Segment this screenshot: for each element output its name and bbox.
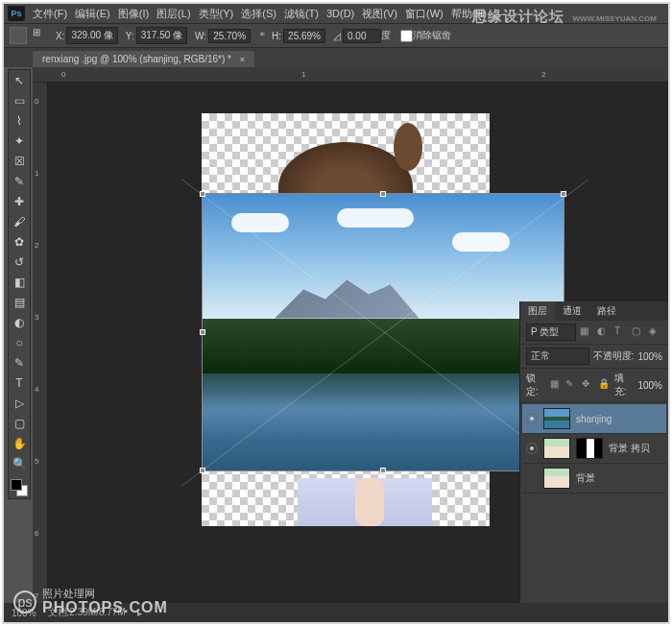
- filter-type-icon[interactable]: T: [614, 325, 628, 339]
- ruler-tick: 3: [35, 313, 38, 322]
- ruler-tick: 0: [61, 70, 65, 79]
- watermark-en: PHOTOPS.COM: [42, 599, 168, 616]
- ruler-tick: 6: [35, 529, 38, 538]
- blend-mode-select[interactable]: 正常: [526, 348, 589, 365]
- ps-logo-icon: Ps: [8, 6, 25, 21]
- fill-label: 填充:: [614, 372, 635, 398]
- layer-row[interactable]: 背景: [522, 464, 666, 494]
- h-input[interactable]: 25.69%: [283, 29, 325, 43]
- marquee-tool-icon[interactable]: ▭: [9, 90, 30, 110]
- menu-3d[interactable]: 3D(D): [326, 8, 354, 19]
- dodge-tool-icon[interactable]: ○: [9, 332, 30, 352]
- reference-point-icon[interactable]: ⊞: [33, 27, 50, 44]
- lasso-tool-icon[interactable]: ⌇: [9, 110, 30, 131]
- menu-type[interactable]: 类型(Y): [199, 7, 234, 21]
- color-swatch[interactable]: [9, 477, 30, 498]
- menu-layer[interactable]: 图层(L): [156, 7, 190, 21]
- tab-title: renxiang .jpg @ 100% (shanjing, RGB/16*)…: [42, 54, 231, 64]
- filter-shape-icon[interactable]: ▢: [632, 325, 645, 339]
- history-brush-tool-icon[interactable]: ↺: [9, 252, 30, 272]
- type-tool-icon[interactable]: T: [9, 373, 30, 393]
- antialias-label: 消除锯齿: [413, 29, 451, 42]
- tab-channels[interactable]: 通道: [555, 301, 589, 321]
- layer-mask-thumbnail[interactable]: [576, 438, 603, 459]
- x-input[interactable]: 329.00 像: [66, 27, 117, 44]
- move-tool-icon[interactable]: ↖: [9, 70, 30, 90]
- tab-paths[interactable]: 路径: [589, 301, 624, 321]
- hand-tool-icon[interactable]: ✋: [9, 433, 30, 453]
- lock-trans-icon[interactable]: ▦: [550, 378, 563, 392]
- layer-name[interactable]: 背景: [576, 471, 595, 485]
- ruler-tick: 4: [35, 385, 38, 394]
- brush-tool-icon[interactable]: 🖌: [9, 211, 30, 231]
- layer-thumbnail[interactable]: [543, 468, 570, 489]
- layer-filter-select[interactable]: P 类型: [526, 324, 576, 341]
- image-content-ponytail: [394, 123, 422, 171]
- fill-value[interactable]: 100%: [637, 380, 662, 391]
- layer-name[interactable]: 背景 拷贝: [609, 442, 650, 455]
- ruler-horizontal[interactable]: 0 1 2: [33, 67, 668, 83]
- opacity-label: 不透明度:: [593, 349, 635, 363]
- menu-edit[interactable]: 编辑(E): [75, 7, 110, 21]
- w-input[interactable]: 25.70%: [208, 29, 251, 43]
- foreground-color[interactable]: [11, 479, 22, 491]
- watermark-top: 思缘设计论坛WWW.MISSYUAN.COM: [472, 8, 657, 26]
- menu-image[interactable]: 图像(I): [118, 7, 149, 21]
- visibility-toggle-icon[interactable]: [526, 443, 538, 454]
- x-label: X:: [56, 31, 64, 41]
- eyedropper-tool-icon[interactable]: ✎: [9, 171, 30, 191]
- angle-unit: 度: [381, 29, 391, 42]
- tab-layers[interactable]: 图层: [520, 301, 555, 321]
- shape-tool-icon[interactable]: ▢: [9, 413, 30, 433]
- y-input[interactable]: 317.50 像: [136, 27, 187, 44]
- filter-pixel-icon[interactable]: ▦: [580, 325, 593, 339]
- visibility-toggle-icon[interactable]: [526, 413, 538, 424]
- magic-wand-tool-icon[interactable]: ✦: [9, 131, 30, 151]
- angle-icon: ◿: [333, 31, 341, 41]
- lock-pixel-icon[interactable]: ✎: [565, 378, 578, 392]
- transform-tool-icon[interactable]: [10, 27, 27, 44]
- toolbox: ↖ ▭ ⌇ ✦ ☒ ✎ ✚ 🖌 ✿ ↺ ◧ ▤ ◐ ○ ✎ T ▷ ▢ ✋ 🔍: [8, 69, 31, 499]
- gradient-tool-icon[interactable]: ▤: [9, 292, 30, 312]
- watermark-cn: 照片处理网: [42, 588, 168, 599]
- layers-panel: 图层 通道 路径 P 类型 ▦ ◐ T ▢ ◈ 正常 不透明度: 100% 锁定…: [519, 301, 668, 603]
- filter-adjust-icon[interactable]: ◐: [597, 325, 611, 339]
- eraser-tool-icon[interactable]: ◧: [9, 272, 30, 292]
- ruler-tick: 0: [35, 97, 38, 106]
- layer-thumbnail[interactable]: [543, 438, 570, 459]
- h-label: H:: [272, 31, 281, 41]
- pen-tool-icon[interactable]: ✎: [9, 352, 30, 373]
- document-tabs: renxiang .jpg @ 100% (shanjing, RGB/16*)…: [4, 48, 668, 67]
- lock-all-icon[interactable]: 🔒: [598, 378, 611, 392]
- filter-smart-icon[interactable]: ◈: [649, 325, 662, 339]
- layer-row[interactable]: 背景 拷贝: [522, 434, 666, 464]
- angle-input[interactable]: 0.00: [343, 29, 381, 43]
- tab-close-icon[interactable]: ×: [240, 55, 245, 64]
- stamp-tool-icon[interactable]: ✿: [9, 231, 30, 252]
- healing-tool-icon[interactable]: ✚: [9, 191, 30, 211]
- blur-tool-icon[interactable]: ◐: [9, 312, 30, 332]
- path-tool-icon[interactable]: ▷: [9, 393, 30, 413]
- lock-position-icon[interactable]: ✥: [582, 378, 594, 392]
- ruler-tick: 2: [35, 241, 38, 250]
- link-wh-icon[interactable]: ⚭: [258, 29, 272, 42]
- layer-name[interactable]: shanjing: [576, 414, 612, 424]
- opacity-value[interactable]: 100%: [637, 351, 662, 362]
- layer-thumbnail[interactable]: [543, 408, 570, 429]
- menu-window[interactable]: 窗口(W): [405, 7, 444, 21]
- transform-diagonals: [203, 194, 564, 470]
- menu-file[interactable]: 文件(F): [33, 7, 67, 21]
- ruler-vertical[interactable]: 0 1 2 3 4 5 6 7: [33, 83, 48, 603]
- ruler-tick: 5: [35, 457, 38, 466]
- antialias-checkbox[interactable]: [400, 30, 413, 42]
- document-tab[interactable]: renxiang .jpg @ 100% (shanjing, RGB/16*)…: [33, 51, 254, 67]
- transform-layer[interactable]: [202, 193, 564, 471]
- layer-row[interactable]: shanjing: [522, 404, 666, 434]
- zoom-tool-icon[interactable]: 🔍: [9, 453, 30, 473]
- crop-tool-icon[interactable]: ☒: [9, 151, 30, 171]
- watermark-logo-icon: ps: [13, 590, 36, 614]
- menu-view[interactable]: 视图(V): [362, 7, 397, 21]
- ruler-tick: 1: [35, 169, 38, 178]
- menu-select[interactable]: 选择(S): [241, 7, 276, 21]
- menu-filter[interactable]: 滤镜(T): [284, 7, 319, 21]
